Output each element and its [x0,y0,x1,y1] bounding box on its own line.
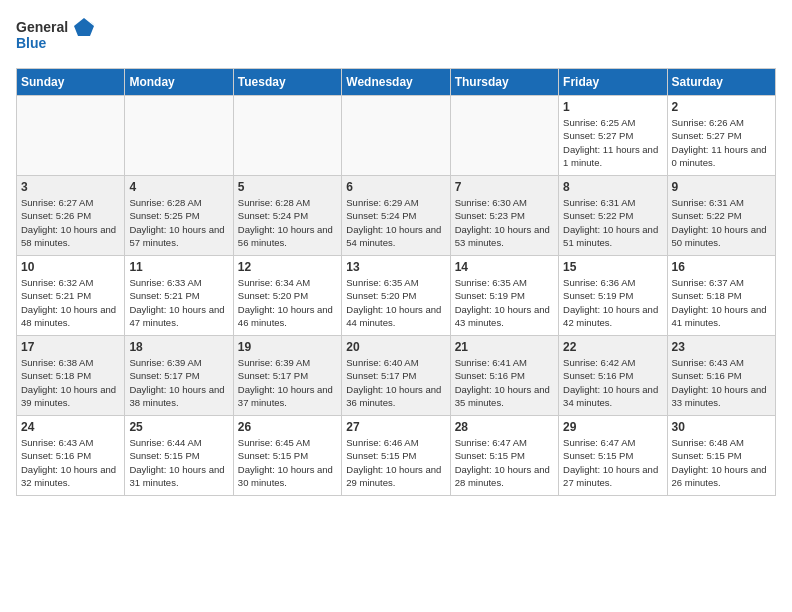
header-tuesday: Tuesday [233,69,341,96]
day-info: Sunrise: 6:40 AM Sunset: 5:17 PM Dayligh… [346,356,445,409]
day-info: Sunrise: 6:31 AM Sunset: 5:22 PM Dayligh… [672,196,771,249]
calendar-cell: 24Sunrise: 6:43 AM Sunset: 5:16 PM Dayli… [17,416,125,496]
day-number: 28 [455,420,554,434]
day-info: Sunrise: 6:27 AM Sunset: 5:26 PM Dayligh… [21,196,120,249]
day-info: Sunrise: 6:39 AM Sunset: 5:17 PM Dayligh… [238,356,337,409]
day-info: Sunrise: 6:43 AM Sunset: 5:16 PM Dayligh… [672,356,771,409]
header-sunday: Sunday [17,69,125,96]
day-info: Sunrise: 6:41 AM Sunset: 5:16 PM Dayligh… [455,356,554,409]
calendar-cell: 13Sunrise: 6:35 AM Sunset: 5:20 PM Dayli… [342,256,450,336]
day-info: Sunrise: 6:34 AM Sunset: 5:20 PM Dayligh… [238,276,337,329]
week-row-1: 1Sunrise: 6:25 AM Sunset: 5:27 PM Daylig… [17,96,776,176]
calendar-cell: 18Sunrise: 6:39 AM Sunset: 5:17 PM Dayli… [125,336,233,416]
calendar-cell: 19Sunrise: 6:39 AM Sunset: 5:17 PM Dayli… [233,336,341,416]
day-number: 2 [672,100,771,114]
header-thursday: Thursday [450,69,558,96]
day-number: 24 [21,420,120,434]
week-row-5: 24Sunrise: 6:43 AM Sunset: 5:16 PM Dayli… [17,416,776,496]
day-info: Sunrise: 6:33 AM Sunset: 5:21 PM Dayligh… [129,276,228,329]
calendar-cell [342,96,450,176]
day-number: 30 [672,420,771,434]
day-info: Sunrise: 6:29 AM Sunset: 5:24 PM Dayligh… [346,196,445,249]
day-number: 5 [238,180,337,194]
calendar-cell: 25Sunrise: 6:44 AM Sunset: 5:15 PM Dayli… [125,416,233,496]
day-number: 11 [129,260,228,274]
calendar-cell: 2Sunrise: 6:26 AM Sunset: 5:27 PM Daylig… [667,96,775,176]
header-saturday: Saturday [667,69,775,96]
day-number: 27 [346,420,445,434]
day-number: 15 [563,260,662,274]
header-friday: Friday [559,69,667,96]
day-info: Sunrise: 6:47 AM Sunset: 5:15 PM Dayligh… [563,436,662,489]
calendar-cell: 7Sunrise: 6:30 AM Sunset: 5:23 PM Daylig… [450,176,558,256]
day-info: Sunrise: 6:26 AM Sunset: 5:27 PM Dayligh… [672,116,771,169]
calendar-cell: 27Sunrise: 6:46 AM Sunset: 5:15 PM Dayli… [342,416,450,496]
svg-marker-2 [74,18,94,36]
day-number: 26 [238,420,337,434]
day-number: 12 [238,260,337,274]
header-monday: Monday [125,69,233,96]
header-wednesday: Wednesday [342,69,450,96]
day-info: Sunrise: 6:39 AM Sunset: 5:17 PM Dayligh… [129,356,228,409]
day-info: Sunrise: 6:32 AM Sunset: 5:21 PM Dayligh… [21,276,120,329]
day-number: 8 [563,180,662,194]
day-number: 14 [455,260,554,274]
calendar-cell: 15Sunrise: 6:36 AM Sunset: 5:19 PM Dayli… [559,256,667,336]
calendar-cell: 12Sunrise: 6:34 AM Sunset: 5:20 PM Dayli… [233,256,341,336]
calendar-cell: 28Sunrise: 6:47 AM Sunset: 5:15 PM Dayli… [450,416,558,496]
calendar-cell: 14Sunrise: 6:35 AM Sunset: 5:19 PM Dayli… [450,256,558,336]
day-number: 22 [563,340,662,354]
day-number: 10 [21,260,120,274]
day-info: Sunrise: 6:43 AM Sunset: 5:16 PM Dayligh… [21,436,120,489]
calendar-cell: 3Sunrise: 6:27 AM Sunset: 5:26 PM Daylig… [17,176,125,256]
day-info: Sunrise: 6:28 AM Sunset: 5:25 PM Dayligh… [129,196,228,249]
calendar-cell [17,96,125,176]
calendar-cell [125,96,233,176]
day-number: 20 [346,340,445,354]
day-info: Sunrise: 6:35 AM Sunset: 5:20 PM Dayligh… [346,276,445,329]
calendar-cell: 6Sunrise: 6:29 AM Sunset: 5:24 PM Daylig… [342,176,450,256]
day-info: Sunrise: 6:30 AM Sunset: 5:23 PM Dayligh… [455,196,554,249]
logo-svg: General Blue [16,16,96,56]
day-number: 7 [455,180,554,194]
calendar-cell [233,96,341,176]
calendar-cell: 29Sunrise: 6:47 AM Sunset: 5:15 PM Dayli… [559,416,667,496]
day-number: 3 [21,180,120,194]
calendar-cell: 9Sunrise: 6:31 AM Sunset: 5:22 PM Daylig… [667,176,775,256]
day-info: Sunrise: 6:37 AM Sunset: 5:18 PM Dayligh… [672,276,771,329]
calendar-cell: 17Sunrise: 6:38 AM Sunset: 5:18 PM Dayli… [17,336,125,416]
calendar-cell: 8Sunrise: 6:31 AM Sunset: 5:22 PM Daylig… [559,176,667,256]
day-info: Sunrise: 6:48 AM Sunset: 5:15 PM Dayligh… [672,436,771,489]
calendar-cell: 1Sunrise: 6:25 AM Sunset: 5:27 PM Daylig… [559,96,667,176]
day-number: 6 [346,180,445,194]
day-info: Sunrise: 6:46 AM Sunset: 5:15 PM Dayligh… [346,436,445,489]
day-info: Sunrise: 6:45 AM Sunset: 5:15 PM Dayligh… [238,436,337,489]
day-number: 17 [21,340,120,354]
calendar-cell: 4Sunrise: 6:28 AM Sunset: 5:25 PM Daylig… [125,176,233,256]
day-number: 1 [563,100,662,114]
week-row-4: 17Sunrise: 6:38 AM Sunset: 5:18 PM Dayli… [17,336,776,416]
calendar-cell: 5Sunrise: 6:28 AM Sunset: 5:24 PM Daylig… [233,176,341,256]
calendar-cell: 10Sunrise: 6:32 AM Sunset: 5:21 PM Dayli… [17,256,125,336]
day-number: 18 [129,340,228,354]
day-info: Sunrise: 6:42 AM Sunset: 5:16 PM Dayligh… [563,356,662,409]
logo: General Blue [16,16,96,56]
day-info: Sunrise: 6:25 AM Sunset: 5:27 PM Dayligh… [563,116,662,169]
day-number: 16 [672,260,771,274]
calendar-cell: 26Sunrise: 6:45 AM Sunset: 5:15 PM Dayli… [233,416,341,496]
calendar-cell: 11Sunrise: 6:33 AM Sunset: 5:21 PM Dayli… [125,256,233,336]
calendar-header-row: SundayMondayTuesdayWednesdayThursdayFrid… [17,69,776,96]
day-info: Sunrise: 6:35 AM Sunset: 5:19 PM Dayligh… [455,276,554,329]
day-number: 9 [672,180,771,194]
calendar-cell: 30Sunrise: 6:48 AM Sunset: 5:15 PM Dayli… [667,416,775,496]
week-row-2: 3Sunrise: 6:27 AM Sunset: 5:26 PM Daylig… [17,176,776,256]
day-info: Sunrise: 6:38 AM Sunset: 5:18 PM Dayligh… [21,356,120,409]
svg-text:General: General [16,19,68,35]
calendar-cell: 23Sunrise: 6:43 AM Sunset: 5:16 PM Dayli… [667,336,775,416]
day-number: 25 [129,420,228,434]
calendar-cell: 21Sunrise: 6:41 AM Sunset: 5:16 PM Dayli… [450,336,558,416]
calendar-cell [450,96,558,176]
day-info: Sunrise: 6:44 AM Sunset: 5:15 PM Dayligh… [129,436,228,489]
day-number: 4 [129,180,228,194]
day-info: Sunrise: 6:47 AM Sunset: 5:15 PM Dayligh… [455,436,554,489]
